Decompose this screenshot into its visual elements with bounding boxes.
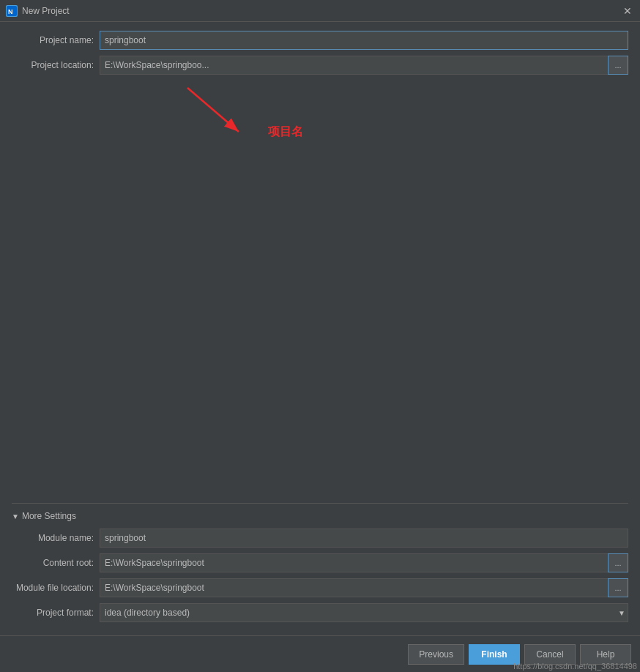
project-format-select-wrapper: idea (directory based) .ipr (file based)… (100, 603, 628, 622)
project-format-row: Project format: idea (directory based) .… (12, 603, 628, 622)
module-name-label: Module name: (12, 533, 100, 543)
content-root-label: Content root: (12, 558, 100, 568)
project-location-input[interactable] (100, 56, 608, 75)
more-settings-section: ▼ More Settings Module name: Content roo… (12, 503, 628, 628)
svg-line-3 (187, 88, 239, 132)
project-format-select[interactable]: idea (directory based) .ipr (file based) (100, 603, 628, 622)
module-name-input[interactable] (100, 529, 628, 548)
watermark-url: https://blog.csdn.net/qq_36814498 (510, 660, 640, 672)
project-location-browse-button[interactable]: ... (608, 56, 628, 75)
content-root-browse-button[interactable]: ... (608, 553, 628, 572)
project-name-label: Project name: (12, 35, 100, 45)
dialog-title: New Project (22, 6, 70, 16)
module-file-input-group: ... (100, 578, 628, 597)
dialog-body: Project name: Project location: ... 项目名 … (0, 22, 640, 635)
more-settings-label: More Settings (22, 511, 76, 521)
content-root-input[interactable] (100, 553, 608, 572)
close-button[interactable]: ✕ (621, 4, 634, 18)
title-bar: N New Project ✕ (0, 0, 640, 22)
project-location-input-group: ... (100, 56, 628, 75)
previous-button[interactable]: Previous (408, 644, 464, 665)
project-location-label: Project location: (12, 60, 100, 70)
module-file-browse-button[interactable]: ... (608, 578, 628, 597)
project-name-input[interactable] (100, 31, 628, 50)
annotation-text: 项目名 (268, 124, 303, 140)
button-bar: Previous Finish Cancel Help https://blog… (0, 635, 640, 672)
module-file-input[interactable] (100, 578, 608, 597)
toggle-arrow-icon: ▼ (12, 512, 19, 520)
annotation-arrow (158, 81, 275, 154)
project-name-row: Project name: (12, 31, 628, 50)
module-name-row: Module name: (12, 529, 628, 548)
project-location-row: Project location: ... (12, 56, 628, 75)
title-bar-left: N New Project (6, 5, 70, 17)
content-root-input-group: ... (100, 553, 628, 572)
svg-text:N: N (8, 8, 13, 15)
content-root-row: Content root: ... (12, 553, 628, 572)
app-icon: N (6, 5, 18, 17)
more-settings-toggle[interactable]: ▼ More Settings (12, 511, 628, 521)
more-settings-body: ▼ More Settings Module name: Content roo… (12, 503, 628, 622)
module-file-label: Module file location: (12, 583, 100, 593)
module-file-row: Module file location: ... (12, 578, 628, 597)
project-format-label: Project format: (12, 608, 100, 618)
annotation-area: 项目名 (100, 81, 628, 168)
spacer (12, 168, 628, 430)
